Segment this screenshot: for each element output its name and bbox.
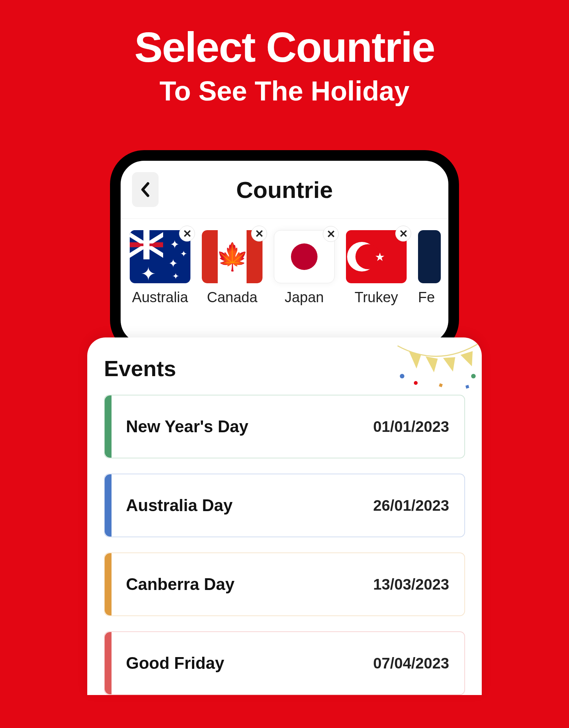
country-label: Canada [207, 289, 257, 306]
event-name: New Year's Day [126, 417, 248, 436]
event-name: Canberra Day [126, 575, 234, 594]
back-button[interactable] [132, 172, 159, 207]
country-item-partial[interactable]: Fe [418, 230, 441, 306]
event-color-stripe [105, 553, 112, 615]
flag-partial-icon [418, 230, 441, 283]
event-name: Australia Day [126, 496, 233, 515]
event-color-stripe [105, 632, 112, 694]
event-name: Good Friday [126, 654, 224, 673]
events-card: Events New Year's Day 01/01/2023 Austral… [87, 337, 482, 695]
close-icon[interactable]: ✕ [395, 226, 411, 242]
country-label: Japan [284, 289, 324, 306]
event-date: 07/04/2023 [373, 655, 449, 672]
country-list[interactable]: ✕ ✦ ✦ ✦ ✦ ✦ Australia [121, 219, 448, 344]
chevron-left-icon [140, 182, 150, 197]
svg-rect-8 [465, 385, 469, 389]
event-color-stripe [105, 395, 112, 458]
event-color-stripe [105, 474, 112, 537]
svg-rect-7 [439, 383, 443, 387]
country-item-japan[interactable]: ✕ Japan [274, 230, 335, 306]
event-date: 13/03/2023 [373, 576, 449, 593]
close-icon[interactable]: ✕ [179, 226, 195, 242]
svg-point-5 [414, 381, 418, 385]
country-item-canada[interactable]: ✕ 🍁 Canada [202, 230, 262, 306]
page-title: Countrie [121, 176, 448, 203]
events-heading: Events [104, 356, 465, 381]
event-date: 26/01/2023 [373, 497, 449, 514]
close-icon[interactable]: ✕ [251, 226, 267, 242]
event-date: 01/01/2023 [373, 418, 449, 435]
event-row[interactable]: New Year's Day 01/01/2023 [104, 395, 465, 458]
hero-subtitle: To See The Holiday [0, 75, 569, 107]
event-row[interactable]: Australia Day 26/01/2023 [104, 474, 465, 537]
country-label: Fe [418, 289, 441, 306]
country-item-turkey[interactable]: ✕ ★ Trukey [346, 230, 407, 306]
flag-japan-icon [277, 233, 332, 281]
topbar: Countrie [121, 172, 448, 219]
country-label: Trukey [355, 289, 398, 306]
hero: Select Countrie To See The Holiday [0, 0, 569, 107]
event-row[interactable]: Good Friday 07/04/2023 [104, 631, 465, 695]
country-label: Australia [132, 289, 188, 306]
svg-point-6 [471, 374, 476, 378]
close-icon[interactable]: ✕ [323, 226, 339, 242]
phone-frame: Countrie ✕ ✦ ✦ ✦ ✦ ✦ [110, 150, 459, 354]
hero-title: Select Countrie [0, 23, 569, 72]
event-row[interactable]: Canberra Day 13/03/2023 [104, 552, 465, 616]
country-item-australia[interactable]: ✕ ✦ ✦ ✦ ✦ ✦ Australia [130, 230, 190, 306]
